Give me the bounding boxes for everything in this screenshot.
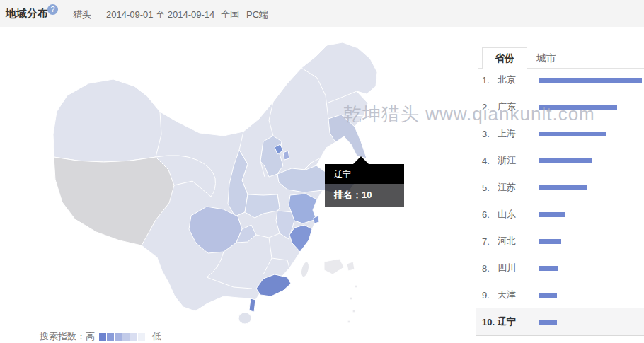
ranking-rank: 5. [482, 182, 498, 193]
ranking-rank: 10. [482, 317, 498, 327]
keyword-label: 猎头 [73, 8, 91, 21]
help-icon[interactable]: ? [47, 4, 58, 15]
province-liaoning[interactable] [328, 115, 367, 158]
island-dot [352, 310, 355, 313]
tooltip-rank: 排名：10 [325, 184, 404, 207]
map-tooltip: 辽宁 排名：10 [325, 164, 404, 207]
ranking-row[interactable]: 8.四川 [476, 255, 644, 281]
ranking-province-name: 北京 [498, 74, 539, 86]
tooltip-caret-icon [353, 156, 369, 164]
ranking-province-name: 江苏 [498, 181, 539, 194]
island-dot [355, 285, 357, 288]
province-guangdong-leizhou[interactable] [249, 298, 255, 312]
legend-swatch [122, 333, 130, 341]
date-range-label: 2014-09-01 至 2014-09-14 [106, 8, 214, 21]
ranking-bar [539, 105, 617, 110]
legend-swatch [115, 333, 122, 341]
region-label: 全国 [221, 8, 239, 21]
ranking-row[interactable]: 3.上海 [476, 120, 644, 147]
ranking-row[interactable]: 1.北京 [476, 66, 644, 93]
ranking-row[interactable]: 5.江苏 [476, 174, 644, 201]
ranking-province-name: 广东 [498, 100, 539, 113]
search-index-legend: 搜索指数：高 低 [40, 330, 161, 343]
ranking-bar [539, 266, 558, 271]
china-map[interactable] [35, 35, 474, 332]
legend-swatch [107, 333, 114, 341]
legend-swatch [99, 333, 106, 341]
ranking-province-name: 辽宁 [498, 315, 539, 328]
island-dot [347, 320, 350, 323]
ranking-province-name: 山东 [498, 208, 539, 221]
ranking-bar [539, 320, 557, 325]
legend-swatch [130, 333, 137, 341]
platform-label: PC端 [246, 8, 268, 21]
page-title: 地域分布 [6, 7, 48, 21]
ranking-row[interactable]: 4.浙江 [476, 147, 644, 174]
province-tianjin[interactable] [283, 151, 289, 160]
tooltip-province: 辽宁 [325, 164, 404, 184]
ranking-bar [539, 239, 561, 244]
tab-city[interactable]: 城市 [536, 47, 556, 69]
legend-low-label: 低 [152, 330, 161, 343]
legend-label: 搜索指数：高 [40, 330, 95, 343]
ranking-province-name: 天津 [498, 289, 539, 301]
ranking-province-name: 四川 [498, 262, 539, 274]
legend-swatches [99, 333, 146, 341]
ranking-bar [539, 78, 642, 83]
ranking-rank: 3. [482, 129, 498, 139]
ranking-rank: 2. [482, 102, 498, 112]
island-dot [350, 297, 352, 300]
ranking-province-name: 浙江 [498, 154, 539, 167]
ranking-bar [539, 158, 592, 163]
province-taiwan[interactable] [299, 261, 310, 278]
ranking-row[interactable]: 9.天津 [476, 281, 644, 308]
ranking-rank: 8. [482, 263, 498, 274]
ranking-panel: 省份 城市 1.北京2.广东3.上海4.浙江5.江苏6.山东7.河北8.四川9.… [476, 0, 644, 343]
islands-small [347, 262, 355, 271]
ranking-rank: 6. [482, 209, 498, 220]
ranking-rank: 1. [482, 75, 498, 86]
legend-swatch [138, 333, 145, 341]
ranking-bar [539, 212, 565, 217]
ranking-bar [539, 293, 557, 298]
islands-northeast-sea [324, 259, 344, 274]
ranking-row[interactable]: 2.广东 [476, 93, 644, 120]
ranking-rank: 4. [482, 156, 498, 166]
ranking-row[interactable]: 6.山东 [476, 201, 644, 228]
tab-province[interactable]: 省份 [482, 47, 527, 69]
ranking-row[interactable]: 7.河北 [476, 228, 644, 255]
ranking-rank: 7. [482, 236, 498, 247]
ranking-province-name: 河北 [498, 235, 539, 248]
province-hainan[interactable] [238, 313, 251, 324]
ranking-province-name: 上海 [498, 127, 539, 140]
ranking-row[interactable]: 10.辽宁 [476, 308, 644, 335]
region-distribution-page: 地域分布 ? 猎头 2014-09-01 至 2014-09-14 全国 PC端 [0, 0, 644, 343]
ranking-bar [539, 185, 587, 190]
ranking-rank: 9. [482, 290, 498, 301]
province-ranking-list: 1.北京2.广东3.上海4.浙江5.江苏6.山东7.河北8.四川9.天津10.辽… [476, 66, 644, 336]
ranking-bar [539, 132, 606, 136]
